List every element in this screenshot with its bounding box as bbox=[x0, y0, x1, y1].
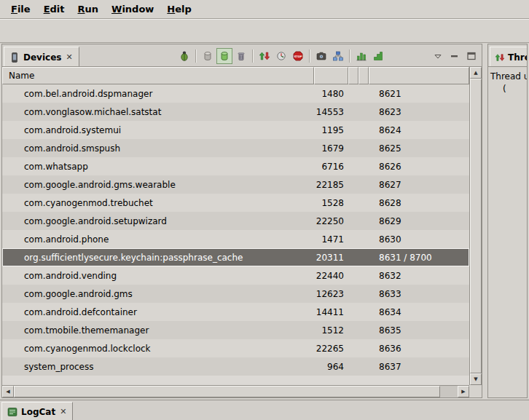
process-pid: 964 bbox=[314, 362, 348, 372]
process-pid: 1512 bbox=[314, 325, 348, 336]
vertical-scrollbar[interactable]: ▲ ▼ bbox=[469, 67, 482, 385]
menu-window[interactable]: Window bbox=[105, 1, 160, 17]
stop-process-button[interactable]: STOP bbox=[290, 48, 306, 64]
main-toolbar-strip bbox=[0, 19, 529, 43]
tab-devices[interactable]: Devices ✕ bbox=[4, 47, 79, 67]
process-port: 8623 bbox=[369, 107, 469, 117]
tab-devices-label: Devices bbox=[23, 52, 61, 63]
debug-process-button[interactable] bbox=[176, 48, 192, 64]
column-header-port[interactable] bbox=[369, 67, 469, 84]
table-row[interactable]: com.bel.android.dspmanager 1480 8621 bbox=[2, 84, 469, 103]
process-name: system_process bbox=[2, 362, 314, 372]
method-profiling-button[interactable] bbox=[273, 48, 289, 64]
column-header-name[interactable]: Name bbox=[2, 67, 314, 84]
panel-sash[interactable] bbox=[482, 44, 487, 398]
scroll-up-icon[interactable]: ▲ bbox=[470, 67, 482, 79]
systrace-button[interactable] bbox=[353, 48, 369, 64]
process-name: com.android.smspush bbox=[2, 143, 314, 154]
devices-toolbar: STOP bbox=[176, 47, 479, 65]
table-row[interactable]: com.android.phone 1471 8630 bbox=[2, 230, 469, 248]
threads-message-line2: ( bbox=[503, 84, 506, 94]
scroll-right-icon[interactable]: ▶ bbox=[458, 386, 469, 397]
menu-run[interactable]: Run bbox=[71, 1, 106, 17]
view-menu-button[interactable] bbox=[430, 48, 446, 64]
process-name: com.bel.android.dspmanager bbox=[2, 89, 314, 99]
process-port: 8637 bbox=[369, 362, 469, 372]
threads-view: Threads ✕ Thread up ( bbox=[487, 44, 528, 398]
dump-view-hierarchy-button[interactable] bbox=[330, 48, 346, 64]
horizontal-scrollbar[interactable]: ◀ ▶ bbox=[2, 385, 469, 397]
table-row[interactable]: com.vonglasow.michael.satstat 14553 8623 bbox=[2, 103, 469, 121]
process-name: com.whatsapp bbox=[2, 162, 314, 172]
process-pid: 1528 bbox=[314, 198, 348, 208]
menu-help[interactable]: Help bbox=[160, 1, 197, 17]
logcat-icon bbox=[7, 406, 18, 418]
table-row[interactable]: com.google.android.setupwizard 22250 862… bbox=[2, 212, 469, 230]
column-header-empty[interactable] bbox=[358, 67, 369, 84]
systrace-icon bbox=[356, 50, 367, 62]
minimize-icon bbox=[449, 50, 461, 62]
maximize-button[interactable] bbox=[463, 48, 479, 64]
process-name: com.google.android.setupwizard bbox=[2, 216, 314, 226]
menu-file[interactable]: File bbox=[4, 1, 37, 17]
table-row[interactable]: com.android.smspush 1679 8625 bbox=[2, 139, 469, 157]
scrollbar-corner bbox=[469, 385, 482, 397]
close-icon[interactable]: ✕ bbox=[58, 408, 68, 416]
horizontal-scrollbar-thumb[interactable] bbox=[14, 386, 440, 397]
process-pid: 1679 bbox=[314, 143, 348, 154]
tab-logcat[interactable]: LogCat ✕ bbox=[1, 402, 73, 420]
menu-edit[interactable]: Edit bbox=[37, 1, 71, 17]
table-row[interactable]: com.google.android.gms 12623 8633 bbox=[2, 285, 469, 303]
process-port: 8633 bbox=[369, 289, 469, 299]
process-pid: 22185 bbox=[314, 180, 348, 190]
process-pid: 1480 bbox=[314, 89, 348, 99]
ddms-window: File Edit Run Window Help Devices ✕ bbox=[0, 0, 529, 420]
device-table: Name com.bel.android.dspmanager 1480 862… bbox=[2, 67, 482, 397]
process-pid: 14553 bbox=[314, 107, 348, 117]
table-row[interactable]: com.android.vending 22440 8632 bbox=[2, 266, 469, 285]
tab-logcat-label: LogCat bbox=[21, 407, 55, 417]
process-port: 8624 bbox=[369, 125, 469, 135]
opengl-trace-button[interactable] bbox=[370, 48, 386, 64]
process-name: com.tmobile.thememanager bbox=[2, 325, 314, 336]
scroll-down-icon[interactable]: ▼ bbox=[470, 373, 482, 385]
process-port: 8636 bbox=[369, 344, 469, 354]
process-pid: 1471 bbox=[314, 234, 348, 245]
table-row[interactable]: org.sufficientlysecure.keychain:passphra… bbox=[2, 248, 469, 266]
table-row[interactable]: com.cyanogenmod.lockclock 22265 8636 bbox=[2, 339, 469, 357]
table-row[interactable]: com.whatsapp 6716 8626 bbox=[2, 157, 469, 175]
table-row[interactable]: com.tmobile.thememanager 1512 8635 bbox=[2, 321, 469, 339]
threads-message-line1: Thread up bbox=[490, 71, 528, 82]
scroll-left-icon[interactable]: ◀ bbox=[2, 386, 14, 397]
process-name: com.vonglasow.michael.satstat bbox=[2, 107, 314, 117]
process-port: 8627 bbox=[369, 180, 469, 190]
process-name: com.android.defcontainer bbox=[2, 307, 314, 317]
devices-view: Devices ✕ bbox=[1, 44, 482, 398]
column-header-pid[interactable] bbox=[314, 67, 348, 84]
update-threads-button[interactable] bbox=[256, 48, 273, 64]
tab-threads[interactable]: Threads ✕ bbox=[490, 47, 527, 67]
tab-threads-label: Threads bbox=[508, 52, 527, 63]
table-row[interactable]: com.cyanogenmod.trebuchet 1528 8628 bbox=[2, 194, 469, 212]
process-pid: 14411 bbox=[314, 307, 348, 317]
close-icon[interactable]: ✕ bbox=[64, 53, 74, 61]
screen-capture-button[interactable] bbox=[313, 48, 329, 64]
table-row[interactable]: system_process 964 8637 bbox=[2, 357, 469, 376]
stop-process-icon: STOP bbox=[292, 50, 304, 62]
table-row[interactable]: com.android.defcontainer 14411 8634 bbox=[2, 303, 469, 321]
vertical-scrollbar-thumb[interactable] bbox=[470, 79, 482, 373]
dump-hprof-button[interactable] bbox=[216, 48, 232, 64]
device-icon bbox=[9, 52, 20, 63]
cause-gc-button[interactable] bbox=[233, 48, 249, 64]
column-header-empty[interactable] bbox=[348, 67, 358, 84]
process-port: 8634 bbox=[369, 307, 469, 317]
table-row[interactable]: com.android.systemui 1195 8624 bbox=[2, 121, 469, 139]
table-row[interactable]: com.google.android.gms.wearable 22185 86… bbox=[2, 175, 469, 194]
method-profiling-icon bbox=[275, 50, 287, 62]
minimize-button[interactable] bbox=[447, 48, 463, 64]
update-heap-button[interactable] bbox=[200, 48, 216, 64]
process-pid: 22250 bbox=[314, 216, 348, 226]
process-port: 8630 bbox=[369, 234, 469, 245]
view-menu-icon bbox=[432, 50, 444, 62]
process-port: 8626 bbox=[369, 162, 469, 172]
